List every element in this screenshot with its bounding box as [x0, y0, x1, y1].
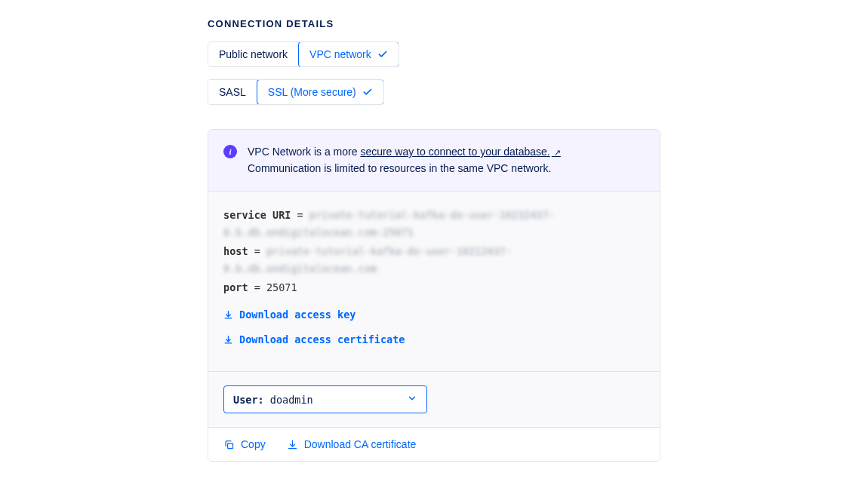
chevron-down-icon — [407, 393, 417, 406]
user-select-row: User: doadmin — [208, 372, 660, 428]
user-select-label: User: — [233, 394, 264, 406]
banner-line2: Communication is limited to resources in… — [248, 162, 551, 174]
sasl-tab[interactable]: SASL — [208, 80, 257, 104]
port-key: port — [223, 281, 248, 293]
download-access-key-label: Download access key — [239, 306, 356, 324]
secure-connect-link[interactable]: secure way to connect to your database. … — [360, 146, 560, 158]
copy-label: Copy — [241, 438, 266, 450]
user-select[interactable]: User: doadmin — [223, 385, 427, 413]
auth-segmented-control: SASL SSL (More secure) — [208, 79, 384, 105]
connection-details-body: service URI = private-tutorial-kafka-do-… — [208, 192, 660, 373]
host-value: private-tutorial-kafka-do-user-10212437-… — [223, 245, 512, 275]
network-segmented-control: Public network VPC network — [208, 41, 399, 67]
download-access-cert-label: Download access certificate — [239, 331, 405, 348]
vpc-network-label: VPC network — [309, 48, 371, 60]
vpc-network-tab[interactable]: VPC network — [298, 41, 399, 67]
check-icon — [377, 49, 388, 60]
download-icon — [287, 439, 298, 450]
info-banner: i VPC Network is a more secure way to co… — [208, 130, 660, 192]
download-ca-cert-button[interactable]: Download CA certificate — [287, 438, 417, 450]
public-network-label: Public network — [219, 48, 288, 60]
download-icon — [223, 335, 233, 345]
info-text: VPC Network is a more secure way to conn… — [248, 143, 561, 177]
host-row: host = private-tutorial-kafka-do-user-10… — [223, 243, 645, 278]
banner-prefix: VPC Network is a more — [248, 146, 360, 158]
sasl-label: SASL — [219, 86, 246, 98]
public-network-tab[interactable]: Public network — [208, 42, 299, 66]
host-key: host — [223, 245, 248, 257]
download-access-cert-link[interactable]: Download access certificate — [223, 331, 645, 348]
ssl-label: SSL (More secure) — [268, 86, 356, 98]
user-select-value: doadmin — [270, 394, 313, 406]
copy-icon — [223, 439, 235, 450]
external-link-icon: ↗ — [552, 148, 561, 157]
info-icon: i — [223, 145, 237, 158]
download-ca-cert-label: Download CA certificate — [304, 438, 417, 450]
svg-rect-2 — [228, 443, 233, 448]
port-value: 25071 — [266, 281, 297, 293]
check-icon — [362, 87, 373, 97]
connection-card: i VPC Network is a more secure way to co… — [208, 129, 660, 462]
download-icon — [223, 310, 233, 320]
service-uri-key: service URI — [223, 209, 291, 221]
ssl-tab[interactable]: SSL (More secure) — [257, 79, 384, 105]
copy-button[interactable]: Copy — [223, 438, 266, 450]
download-access-key-link[interactable]: Download access key — [223, 306, 645, 324]
service-uri-row: service URI = private-tutorial-kafka-do-… — [223, 207, 645, 241]
section-heading: CONNECTION DETAILS — [208, 18, 660, 29]
footer-actions: Copy Download CA certificate — [208, 428, 660, 461]
port-row: port = 25071 — [223, 279, 645, 296]
